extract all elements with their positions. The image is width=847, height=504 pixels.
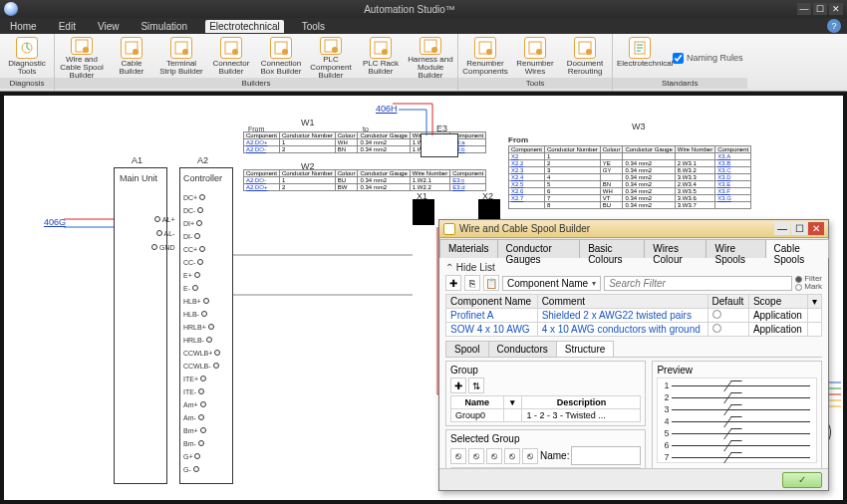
wire-cable-spool-builder-icon bbox=[71, 37, 93, 55]
dialog-footer: ✓ bbox=[439, 468, 828, 490]
menu-home[interactable]: Home bbox=[6, 20, 41, 33]
document-rerouting-button[interactable]: Document Rerouting bbox=[562, 36, 608, 78]
menu-tools[interactable]: Tools bbox=[298, 20, 329, 33]
dialog-maximize-button[interactable]: ☐ bbox=[791, 222, 807, 235]
table-row[interactable]: Profinet AShielded 2 x AWG22 twisted pai… bbox=[446, 309, 822, 323]
dialog-tab-basic-colours[interactable]: Basic Colours bbox=[579, 239, 645, 258]
svg-point-12 bbox=[332, 47, 338, 53]
dialog-ok-button[interactable]: ✓ bbox=[782, 472, 822, 488]
subtab-structure[interactable]: Structure bbox=[556, 341, 615, 357]
a1-ports: AL+ AL- GND bbox=[151, 213, 175, 255]
preview-title: Preview bbox=[657, 365, 817, 376]
ribbon-group-tools: Renumber ComponentsRenumber WiresDocumen… bbox=[458, 34, 613, 91]
plc-rack-builder-button[interactable]: PLC Rack Builder bbox=[358, 36, 404, 78]
ribbon-group-diagnosis: Diagnostic Tools Diagnosis bbox=[0, 34, 55, 91]
search-field-combo[interactable]: Component Name bbox=[502, 276, 601, 291]
svg-point-20 bbox=[536, 49, 542, 55]
connector-builder-icon bbox=[220, 37, 242, 59]
naming-rules-check[interactable] bbox=[673, 53, 684, 64]
list-toolbar: ✚ ⎘ 📋 Component Name Filter Mark bbox=[445, 275, 822, 291]
svg-point-10 bbox=[282, 49, 288, 55]
ribbon: Diagnostic Tools Diagnosis Wire and Cabl… bbox=[0, 34, 847, 92]
menu-edit[interactable]: Edit bbox=[55, 20, 80, 33]
plc-rack-builder-icon bbox=[370, 37, 392, 59]
dialog-titlebar[interactable]: Wire and Cable Spool Builder — ☐ ✕ bbox=[439, 220, 828, 238]
sg-btn-2[interactable]: ⎋ bbox=[468, 448, 484, 464]
titlebar: Automation Studio™ — ☐ ✕ bbox=[0, 0, 847, 18]
group-table[interactable]: Name▾Description Group01 - 2 - 3 - Twist… bbox=[450, 395, 641, 422]
dialog-close-button[interactable]: ✕ bbox=[808, 222, 824, 235]
terminal-strip-builder-icon bbox=[170, 37, 192, 59]
sg-btn-3[interactable]: ⎋ bbox=[486, 448, 502, 464]
detail-subtabs: SpoolConductorsStructure bbox=[445, 341, 822, 358]
spool-grid[interactable]: Component NameCommentDefaultScope▾ Profi… bbox=[445, 294, 822, 337]
app-title: Automation Studio™ bbox=[24, 4, 795, 15]
hide-list-toggle[interactable]: ⌃ Hide List bbox=[445, 262, 822, 273]
group-panel: Group ✚ ⇅ Name▾Description Group01 - 2 -… bbox=[445, 361, 646, 426]
menu-view[interactable]: View bbox=[94, 20, 124, 33]
toolbar-copy-button[interactable]: ⎘ bbox=[464, 275, 480, 291]
sg-name-input[interactable] bbox=[571, 446, 641, 465]
group-add-button[interactable]: ✚ bbox=[450, 378, 466, 393]
window-maximize-button[interactable]: ☐ bbox=[813, 3, 827, 15]
sg-btn-5[interactable]: ⎋ bbox=[522, 448, 538, 464]
a2-ports: DC+ DC- DI+ DI- CC+ CC- E+ E- HLB+ HLB- … bbox=[183, 191, 220, 476]
selected-group-panel: Selected Group ⎋ ⎋ ⎋ ⎋ ⎋ Name: Name Type bbox=[445, 429, 646, 468]
wire-cable-spool-builder-button[interactable]: Wire and Cable Spool Builder bbox=[59, 36, 105, 78]
dialog-minimize-button[interactable]: — bbox=[774, 222, 790, 235]
diagnostic-icon bbox=[16, 37, 38, 59]
app-logo-icon bbox=[4, 2, 18, 16]
terminal-strip-builder-button[interactable]: Terminal Strip Builder bbox=[158, 36, 204, 78]
svg-point-22 bbox=[586, 49, 592, 55]
wire-cable-spool-builder-dialog[interactable]: Wire and Cable Spool Builder — ☐ ✕ Mater… bbox=[438, 219, 829, 491]
electrotechnical-standards-button[interactable]: Electrotechnical bbox=[617, 36, 663, 78]
connection-box-builder-button[interactable]: Connection Box Builder bbox=[258, 36, 304, 78]
toolbar-new-button[interactable]: ✚ bbox=[445, 275, 461, 291]
ribbon-group-builders: Wire and Cable Spool BuilderCable Builde… bbox=[55, 34, 458, 91]
main-menu: Home Edit View Simulation Electrotechnic… bbox=[0, 18, 847, 34]
svg-point-14 bbox=[382, 49, 388, 55]
connection-box-builder-icon bbox=[270, 37, 292, 59]
dialog-tab-wire-spools[interactable]: Wire Spools bbox=[706, 239, 765, 258]
table-row[interactable]: SOW 4 x 10 AWG4 x 10 AWG conductors with… bbox=[446, 323, 822, 337]
cable-builder-button[interactable]: Cable Builder bbox=[109, 36, 154, 78]
dialog-tabs: MaterialsConductor GaugesBasic ColoursWi… bbox=[439, 238, 828, 258]
plc-component-builder-button[interactable]: PLC Component Builder bbox=[308, 36, 354, 78]
renumber-components-button[interactable]: Renumber Components bbox=[462, 36, 508, 78]
subtab-spool[interactable]: Spool bbox=[445, 341, 489, 357]
dialog-tab-cable-spools[interactable]: Cable Spools bbox=[765, 239, 829, 258]
naming-rules-checkbox[interactable]: Naming Rules bbox=[673, 38, 743, 78]
harness-module-builder-icon bbox=[420, 37, 441, 55]
ref-406g[interactable]: 406G bbox=[44, 217, 66, 227]
filter-mark-toggle[interactable]: Filter Mark bbox=[795, 275, 822, 291]
svg-point-16 bbox=[431, 47, 437, 53]
dialog-tab-wires-colour[interactable]: Wires Colour bbox=[644, 239, 706, 258]
group-panel-title: Group bbox=[450, 365, 641, 376]
svg-point-4 bbox=[133, 49, 139, 55]
document-rerouting-icon bbox=[574, 37, 596, 59]
harness-module-builder-button[interactable]: Harness and Module Builder bbox=[408, 36, 453, 78]
toolbar-paste-button[interactable]: 📋 bbox=[483, 275, 499, 291]
sg-name-label: Name: bbox=[540, 450, 569, 461]
window-minimize-button[interactable]: — bbox=[797, 3, 811, 15]
sg-btn-4[interactable]: ⎋ bbox=[504, 448, 520, 464]
help-button[interactable]: ? bbox=[827, 19, 841, 33]
plc-component-builder-icon bbox=[320, 37, 342, 55]
window-close-button[interactable]: ✕ bbox=[829, 3, 843, 15]
menu-electrotechnical[interactable]: Electrotechnical bbox=[205, 20, 284, 33]
diagnostic-tools-button[interactable]: Diagnostic Tools bbox=[4, 36, 50, 78]
dialog-tab-conductor-gauges[interactable]: Conductor Gauges bbox=[497, 239, 581, 258]
renumber-components-icon bbox=[474, 37, 496, 59]
renumber-wires-button[interactable]: Renumber Wires bbox=[512, 36, 558, 78]
dialog-tab-materials[interactable]: Materials bbox=[439, 239, 498, 258]
search-input[interactable] bbox=[604, 276, 792, 291]
sg-btn-1[interactable]: ⎋ bbox=[450, 448, 466, 464]
group-sort-button[interactable]: ⇅ bbox=[468, 378, 484, 393]
subtab-conductors[interactable]: Conductors bbox=[488, 341, 557, 357]
connector-builder-button[interactable]: Connector Builder bbox=[208, 36, 254, 78]
preview-panel: Preview 1234567 bbox=[652, 361, 822, 468]
dialog-app-icon bbox=[443, 223, 455, 235]
menu-simulation[interactable]: Simulation bbox=[137, 20, 191, 33]
selected-group-title: Selected Group bbox=[450, 433, 641, 444]
renumber-wires-icon bbox=[524, 37, 546, 59]
